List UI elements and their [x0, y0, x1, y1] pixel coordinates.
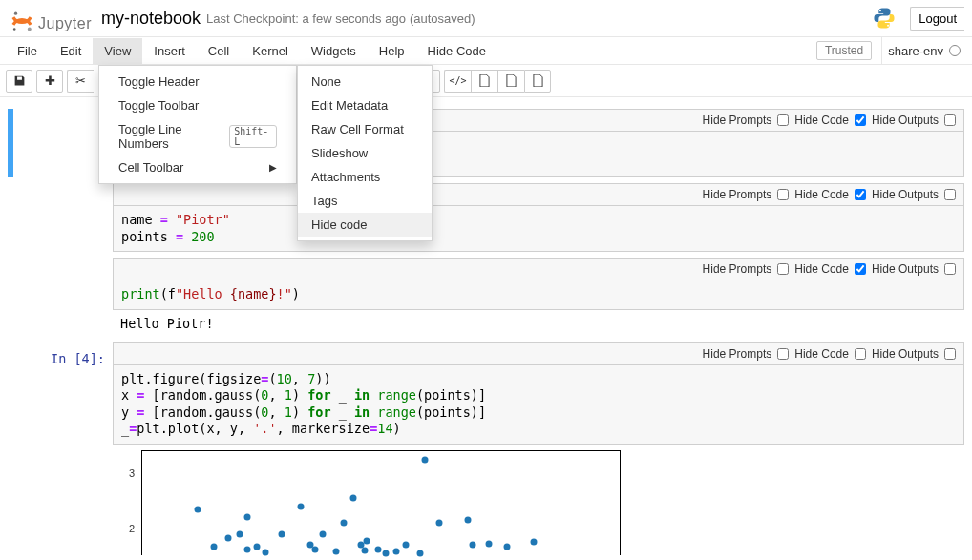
code-icon: </> [449, 75, 466, 86]
celltb-tags[interactable]: Tags [298, 189, 432, 213]
kernel-name[interactable]: share-env [881, 37, 966, 64]
nbextension-btn-1[interactable]: </> [444, 70, 471, 93]
cell-toolbar-header: Hide Prompts Hide Code Hide Outputs [113, 183, 964, 206]
hide-prompts-checkbox[interactable] [777, 348, 789, 360]
header: Jupyter my-notebook Last Checkpoint: a f… [0, 0, 972, 36]
notebook-title[interactable]: my-notebook [101, 9, 201, 29]
hide-code-label: Hide Code [794, 114, 849, 127]
cell-output-text: Hello Piotr! [113, 310, 964, 337]
hide-prompts-label: Hide Prompts [703, 262, 772, 276]
svg-point-0 [14, 12, 17, 15]
view-toggle-toolbar[interactable]: Toggle Toolbar [99, 93, 296, 117]
cell-prompt [8, 258, 113, 337]
menu-help[interactable]: Help [368, 38, 416, 64]
nbextension-btn-4[interactable] [524, 70, 551, 93]
view-dropdown: Toggle Header Toggle Toolbar Toggle Line… [98, 65, 297, 184]
cut-icon: ✂ [75, 73, 86, 88]
add-cell-button[interactable]: ✚ [36, 70, 63, 93]
hide-prompts-label: Hide Prompts [703, 114, 772, 127]
hide-outputs-checkbox[interactable] [944, 263, 956, 275]
cell-toolbar-header: Hide Prompts Hide Code Hide Outputs [113, 258, 964, 280]
code-input[interactable]: print(f"Hello {name}!") [113, 280, 964, 310]
kernel-status-icon [949, 45, 961, 56]
menubar: File Edit View Insert Cell Kernel Widget… [0, 36, 972, 65]
hide-outputs-checkbox[interactable] [944, 189, 956, 200]
save-icon [13, 74, 26, 87]
menu-edit[interactable]: Edit [49, 38, 93, 64]
hide-prompts-label: Hide Prompts [703, 347, 772, 361]
menu-view[interactable]: View [93, 38, 142, 64]
trusted-indicator[interactable]: Trusted [816, 41, 872, 60]
file-icon [533, 74, 543, 87]
hide-code-checkbox[interactable] [855, 189, 866, 200]
hide-outputs-checkbox[interactable] [944, 114, 956, 126]
code-input[interactable]: plt.figure(figsize=(10, 7)) x = [random.… [113, 365, 964, 445]
hide-prompts-checkbox[interactable] [777, 114, 789, 126]
code-cell[interactable]: Hide Prompts Hide Code Hide Outputs prin… [8, 258, 964, 337]
celltb-slideshow[interactable]: Slideshow [298, 141, 432, 165]
menu-kernel[interactable]: Kernel [241, 38, 300, 64]
logout-button[interactable]: Logout [910, 7, 964, 31]
svg-point-3 [879, 10, 881, 11]
svg-point-2 [13, 28, 16, 31]
svg-point-4 [887, 25, 889, 27]
view-cell-toolbar[interactable]: Cell Toolbar ▶ [99, 156, 296, 179]
save-button[interactable] [6, 70, 32, 93]
jupyter-logo-icon [10, 9, 34, 33]
hide-outputs-label: Hide Outputs [872, 347, 939, 361]
file-icon [506, 74, 517, 87]
hide-outputs-label: Hide Outputs [872, 114, 939, 127]
celltb-edit-metadata[interactable]: Edit Metadata [298, 93, 432, 117]
menu-hide-code[interactable]: Hide Code [416, 38, 497, 64]
jupyter-logo-text: Jupyter [38, 15, 92, 32]
hide-outputs-label: Hide Outputs [872, 262, 939, 276]
autosave-text: (autosaved) [410, 11, 475, 26]
hide-prompts-label: Hide Prompts [703, 188, 772, 201]
shortcut-badge: Shift-L [229, 125, 277, 148]
hide-outputs-label: Hide Outputs [872, 188, 939, 201]
jupyter-logo[interactable]: Jupyter [10, 4, 92, 32]
plus-icon: ✚ [45, 73, 55, 88]
hide-code-label: Hide Code [794, 188, 849, 201]
menu-widgets[interactable]: Widgets [300, 38, 368, 64]
hide-code-checkbox[interactable] [855, 263, 866, 275]
python-logo-icon [872, 6, 897, 31]
menu-cell[interactable]: Cell [197, 38, 241, 64]
hide-code-checkbox[interactable] [855, 114, 866, 126]
celltb-none[interactable]: None [298, 70, 432, 93]
celltb-attachments[interactable]: Attachments [298, 165, 432, 189]
hide-prompts-checkbox[interactable] [777, 263, 789, 275]
hide-code-label: Hide Code [794, 347, 849, 361]
file-icon [479, 74, 490, 87]
view-toggle-header[interactable]: Toggle Header [99, 70, 296, 93]
code-input[interactable]: name = "Piotr" points = 200 [113, 206, 964, 252]
cell-prompt: In [4]: [8, 342, 113, 555]
cut-button[interactable]: ✂ [67, 70, 94, 93]
cell-toolbar-submenu: None Edit Metadata Raw Cell Format Slide… [297, 65, 433, 241]
code-cell[interactable]: In [4]: Hide Prompts Hide Code Hide Outp… [8, 342, 964, 555]
hide-code-checkbox[interactable] [855, 348, 866, 360]
menu-insert[interactable]: Insert [142, 38, 197, 64]
hide-code-label: Hide Code [794, 262, 849, 276]
scatter-plot-output: 23 [141, 450, 621, 555]
kernel-name-text: share-env [888, 44, 943, 58]
cell-toolbar-header: Hide Prompts Hide Code Hide Outputs [113, 342, 964, 365]
nbextension-btn-2[interactable] [471, 70, 497, 93]
checkpoint-text: Last Checkpoint: a few seconds ago [206, 11, 406, 26]
menu-file[interactable]: File [6, 38, 49, 64]
hide-outputs-checkbox[interactable] [944, 348, 956, 360]
cell-prompt [8, 183, 113, 252]
view-toggle-line-numbers[interactable]: Toggle Line Numbers Shift-L [99, 117, 296, 156]
nbextension-btn-3[interactable] [497, 70, 524, 93]
hide-prompts-checkbox[interactable] [777, 189, 789, 200]
caret-right-icon: ▶ [269, 162, 277, 173]
celltb-raw-cell-format[interactable]: Raw Cell Format [298, 117, 432, 141]
code-cell[interactable]: Hide Prompts Hide Code Hide Outputs name… [8, 183, 964, 252]
svg-point-1 [28, 28, 32, 31]
celltb-hide-code[interactable]: Hide code [298, 213, 432, 237]
